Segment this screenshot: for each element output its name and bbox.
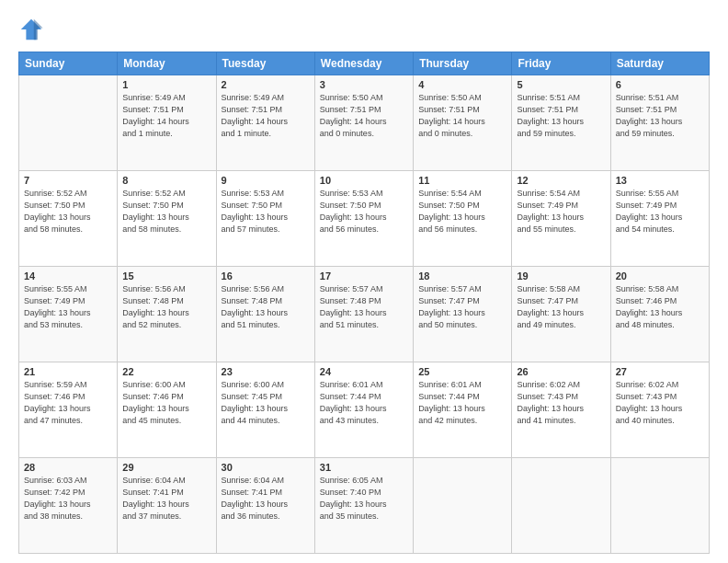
day-info: Sunrise: 5:56 AM Sunset: 7:48 PM Dayligh… [222,283,310,331]
calendar-cell [512,458,610,554]
day-info: Sunrise: 5:49 AM Sunset: 7:51 PM Dayligh… [222,92,310,140]
week-row-1: 1Sunrise: 5:49 AM Sunset: 7:51 PM Daylig… [19,75,710,171]
header [18,17,710,42]
day-number: 16 [222,270,310,282]
day-number: 12 [517,175,605,186]
day-number: 31 [320,462,408,473]
calendar-cell: 15Sunrise: 5:56 AM Sunset: 7:48 PM Dayli… [118,267,216,362]
day-number: 22 [122,366,210,377]
calendar-cell [19,75,118,171]
calendar-cell: 30Sunrise: 6:04 AM Sunset: 7:41 PM Dayli… [216,458,314,554]
day-number: 4 [418,79,506,90]
day-number: 19 [517,270,605,282]
day-number: 3 [320,79,408,90]
day-number: 23 [222,366,310,377]
calendar-cell: 3Sunrise: 5:50 AM Sunset: 7:51 PM Daylig… [314,75,413,171]
day-number: 29 [122,462,210,473]
calendar-cell: 5Sunrise: 5:51 AM Sunset: 7:51 PM Daylig… [512,75,610,171]
day-number: 9 [222,175,310,186]
day-number: 27 [616,366,704,377]
day-info: Sunrise: 5:49 AM Sunset: 7:51 PM Dayligh… [122,92,210,140]
day-info: Sunrise: 6:00 AM Sunset: 7:46 PM Dayligh… [122,379,210,427]
weekday-header-wednesday: Wednesday [314,52,413,75]
week-row-2: 7Sunrise: 5:52 AM Sunset: 7:50 PM Daylig… [19,171,710,267]
day-info: Sunrise: 5:51 AM Sunset: 7:51 PM Dayligh… [616,92,704,140]
day-info: Sunrise: 5:55 AM Sunset: 7:49 PM Dayligh… [616,188,704,236]
calendar-cell: 11Sunrise: 5:54 AM Sunset: 7:50 PM Dayli… [414,171,512,267]
day-number: 24 [320,366,408,377]
weekday-header-sunday: Sunday [19,52,118,75]
day-info: Sunrise: 6:02 AM Sunset: 7:43 PM Dayligh… [616,379,704,427]
day-number: 21 [24,366,112,377]
day-info: Sunrise: 5:59 AM Sunset: 7:46 PM Dayligh… [24,379,112,427]
day-number: 7 [24,175,112,186]
weekday-header-monday: Monday [118,52,216,75]
calendar-table: SundayMondayTuesdayWednesdayThursdayFrid… [18,52,710,554]
day-number: 2 [222,79,310,90]
weekday-header-saturday: Saturday [610,52,709,75]
day-info: Sunrise: 5:53 AM Sunset: 7:50 PM Dayligh… [320,188,408,236]
day-number: 14 [24,270,112,282]
calendar-cell: 22Sunrise: 6:00 AM Sunset: 7:46 PM Dayli… [118,362,216,458]
day-info: Sunrise: 6:04 AM Sunset: 7:41 PM Dayligh… [122,475,210,523]
weekday-header-tuesday: Tuesday [216,52,314,75]
calendar-header: SundayMondayTuesdayWednesdayThursdayFrid… [19,52,710,75]
calendar-cell: 27Sunrise: 6:02 AM Sunset: 7:43 PM Dayli… [610,362,709,458]
day-info: Sunrise: 5:53 AM Sunset: 7:50 PM Dayligh… [222,188,310,236]
calendar-cell: 25Sunrise: 6:01 AM Sunset: 7:44 PM Dayli… [414,362,512,458]
day-number: 5 [517,79,605,90]
day-number: 30 [222,462,310,473]
calendar-cell: 2Sunrise: 5:49 AM Sunset: 7:51 PM Daylig… [216,75,314,171]
calendar-cell: 20Sunrise: 5:58 AM Sunset: 7:46 PM Dayli… [610,267,709,362]
day-number: 18 [418,270,506,282]
day-info: Sunrise: 5:52 AM Sunset: 7:50 PM Dayligh… [122,188,210,236]
day-number: 25 [418,366,506,377]
day-number: 6 [616,79,704,90]
calendar-cell: 13Sunrise: 5:55 AM Sunset: 7:49 PM Dayli… [610,171,709,267]
day-number: 8 [122,175,210,186]
weekday-header-friday: Friday [512,52,610,75]
day-info: Sunrise: 5:58 AM Sunset: 7:47 PM Dayligh… [517,283,605,331]
day-info: Sunrise: 5:50 AM Sunset: 7:51 PM Dayligh… [418,92,506,140]
calendar-cell: 8Sunrise: 5:52 AM Sunset: 7:50 PM Daylig… [118,171,216,267]
day-info: Sunrise: 5:52 AM Sunset: 7:50 PM Dayligh… [24,188,112,236]
day-info: Sunrise: 5:57 AM Sunset: 7:48 PM Dayligh… [320,283,408,331]
day-number: 1 [122,79,210,90]
calendar-cell: 17Sunrise: 5:57 AM Sunset: 7:48 PM Dayli… [314,267,413,362]
page: SundayMondayTuesdayWednesdayThursdayFrid… [0,0,728,563]
weekday-header-thursday: Thursday [414,52,512,75]
day-number: 15 [122,270,210,282]
day-info: Sunrise: 6:00 AM Sunset: 7:45 PM Dayligh… [222,379,310,427]
day-number: 28 [24,462,112,473]
day-number: 10 [320,175,408,186]
calendar-cell: 12Sunrise: 5:54 AM Sunset: 7:49 PM Dayli… [512,171,610,267]
day-number: 13 [616,175,704,186]
week-row-5: 28Sunrise: 6:03 AM Sunset: 7:42 PM Dayli… [19,458,710,554]
calendar-cell: 4Sunrise: 5:50 AM Sunset: 7:51 PM Daylig… [414,75,512,171]
day-info: Sunrise: 5:54 AM Sunset: 7:50 PM Dayligh… [418,188,506,236]
day-info: Sunrise: 5:56 AM Sunset: 7:48 PM Dayligh… [122,283,210,331]
calendar-cell: 14Sunrise: 5:55 AM Sunset: 7:49 PM Dayli… [19,267,118,362]
week-row-4: 21Sunrise: 5:59 AM Sunset: 7:46 PM Dayli… [19,362,710,458]
calendar-cell [610,458,709,554]
day-number: 20 [616,270,704,282]
day-info: Sunrise: 6:03 AM Sunset: 7:42 PM Dayligh… [24,475,112,523]
calendar-cell: 29Sunrise: 6:04 AM Sunset: 7:41 PM Dayli… [118,458,216,554]
day-info: Sunrise: 6:02 AM Sunset: 7:43 PM Dayligh… [517,379,605,427]
calendar-cell: 7Sunrise: 5:52 AM Sunset: 7:50 PM Daylig… [19,171,118,267]
day-info: Sunrise: 6:05 AM Sunset: 7:40 PM Dayligh… [320,475,408,523]
calendar-cell: 24Sunrise: 6:01 AM Sunset: 7:44 PM Dayli… [314,362,413,458]
day-info: Sunrise: 5:55 AM Sunset: 7:49 PM Dayligh… [24,283,112,331]
day-info: Sunrise: 6:01 AM Sunset: 7:44 PM Dayligh… [320,379,408,427]
day-info: Sunrise: 5:54 AM Sunset: 7:49 PM Dayligh… [517,188,605,236]
calendar-cell: 19Sunrise: 5:58 AM Sunset: 7:47 PM Dayli… [512,267,610,362]
logo-icon [18,17,44,42]
day-number: 26 [517,366,605,377]
calendar-cell [414,458,512,554]
logo [18,17,48,42]
day-info: Sunrise: 5:50 AM Sunset: 7:51 PM Dayligh… [320,92,408,140]
calendar-cell: 23Sunrise: 6:00 AM Sunset: 7:45 PM Dayli… [216,362,314,458]
calendar-cell: 31Sunrise: 6:05 AM Sunset: 7:40 PM Dayli… [314,458,413,554]
day-info: Sunrise: 6:01 AM Sunset: 7:44 PM Dayligh… [418,379,506,427]
calendar: SundayMondayTuesdayWednesdayThursdayFrid… [18,52,710,554]
